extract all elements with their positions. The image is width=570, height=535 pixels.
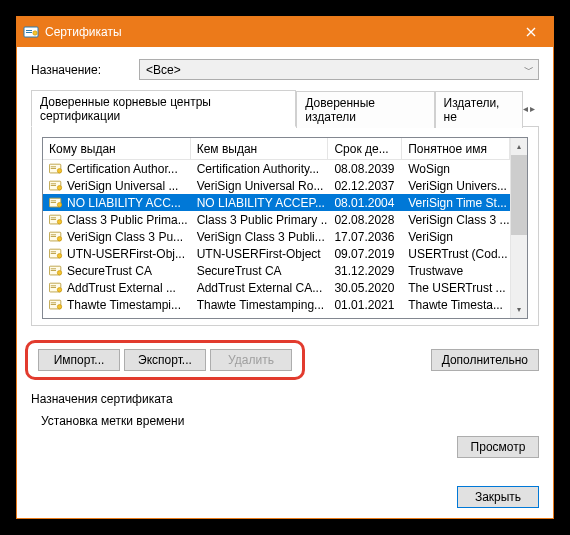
certificate-window-icon [23,24,39,40]
cell-issued-to: NO LIABILITY ACC... [67,196,181,210]
table-row[interactable]: AddTrust External ...AddTrust External C… [43,279,510,296]
col-expiration[interactable]: Срок де... [328,138,402,159]
cell-issued-to: Certification Author... [67,162,178,176]
cell-issued-by: AddTrust External CA... [191,281,329,295]
purpose-value: <Все> [146,63,181,77]
table-row[interactable]: SecureTrust CASecureTrust CA31.12.2029Tr… [43,262,510,279]
svg-rect-30 [51,270,56,271]
svg-point-19 [57,219,61,223]
cell-expiration: 31.12.2029 [328,264,402,278]
table-row[interactable]: UTN-USERFirst-Obj...UTN-USERFirst-Object… [43,245,510,262]
cell-issued-to: VeriSign Universal ... [67,179,178,193]
cell-friendly-name: VeriSign [402,230,510,244]
cell-expiration: 02.08.2028 [328,213,402,227]
cell-issued-by: Class 3 Public Primary ... [191,213,329,227]
advanced-button[interactable]: Дополнительно [431,349,539,371]
purpose-combobox[interactable]: <Все> ﹀ [139,59,539,80]
cell-expiration: 02.12.2037 [328,179,402,193]
cell-issued-to: SecureTrust CA [67,264,152,278]
cell-issued-by: VeriSign Universal Ro... [191,179,329,193]
cell-expiration: 08.08.2039 [328,162,402,176]
cell-friendly-name: Trustwave [402,264,510,278]
titlebar: Сертификаты [17,17,553,47]
cell-issued-by: NO LIABILITY ACCEP... [191,196,329,210]
svg-point-7 [57,168,61,172]
scrollbar-vertical[interactable]: ▴ ▾ [510,138,527,318]
svg-rect-33 [51,285,56,286]
scroll-down-icon[interactable]: ▾ [511,301,527,318]
export-button[interactable]: Экспорт... [124,349,206,371]
cell-issued-by: Thawte Timestamping... [191,298,329,312]
cell-friendly-name: USERTrust (Cod... [402,247,510,261]
svg-point-39 [57,304,61,308]
cell-friendly-name: VeriSign Time St... [402,196,510,210]
cell-expiration: 17.07.2036 [328,230,402,244]
delete-button[interactable]: Удалить [210,349,292,371]
cell-expiration: 08.01.2004 [328,196,402,210]
svg-rect-29 [51,268,56,269]
certificate-icon [49,282,63,294]
triangle-right-icon: ▸ [530,103,535,114]
svg-rect-34 [51,287,56,288]
tab-trusted-root-cas[interactable]: Доверенные корневые центры сертификации [31,90,296,127]
svg-rect-17 [51,217,56,218]
view-button[interactable]: Просмотр [457,436,539,458]
certificate-icon [49,299,63,311]
cell-issued-to: AddTrust External ... [67,281,176,295]
cell-issued-to: UTN-USERFirst-Obj... [67,247,185,261]
close-dialog-button[interactable]: Закрыть [457,486,539,508]
tab-scroll-arrows[interactable]: ◂ ▸ [523,90,539,126]
svg-rect-5 [51,166,56,167]
certificate-icon [49,197,63,209]
certificate-icon [49,214,63,226]
certificate-icon [49,248,63,260]
col-issued-to[interactable]: Кому выдан [43,138,191,159]
table-row[interactable]: Class 3 Public Prima...Class 3 Public Pr… [43,211,510,228]
tabs: Доверенные корневые центры сертификации … [31,90,539,127]
certificate-icon [49,180,63,192]
certificates-list[interactable]: Кому выдан Кем выдан Срок де... Понятное… [42,137,528,319]
table-row[interactable]: VeriSign Universal ...VeriSign Universal… [43,177,510,194]
table-row[interactable]: VeriSign Class 3 Pu...VeriSign Class 3 P… [43,228,510,245]
svg-rect-10 [51,185,56,186]
col-friendly-name[interactable]: Понятное имя [402,138,510,159]
import-button[interactable]: Импорт... [38,349,120,371]
cell-issued-to: Thawte Timestampi... [67,298,181,312]
cert-purpose-text: Установка метки времени [31,414,539,428]
table-row[interactable]: Certification Author...Certification Aut… [43,160,510,177]
cell-issued-by: SecureTrust CA [191,264,329,278]
cell-friendly-name: The USERTrust ... [402,281,510,295]
cell-expiration: 01.01.2021 [328,298,402,312]
svg-rect-21 [51,234,56,235]
cell-friendly-name: WoSign [402,162,510,176]
svg-rect-22 [51,236,56,237]
svg-rect-26 [51,253,56,254]
svg-rect-1 [26,30,32,31]
table-row[interactable]: Thawte Timestampi...Thawte Timestamping.… [43,296,510,313]
table-row[interactable]: NO LIABILITY ACC...NO LIABILITY ACCEP...… [43,194,510,211]
tab-untrusted-publishers[interactable]: Издатели, не [435,91,524,128]
svg-rect-2 [26,32,32,33]
svg-point-31 [57,270,61,274]
svg-point-3 [33,31,37,35]
cell-issued-to: Class 3 Public Prima... [67,213,188,227]
tab-trusted-publishers[interactable]: Доверенные издатели [296,91,434,128]
scrollbar-thumb[interactable] [511,155,527,235]
cell-issued-by: Certification Authority... [191,162,329,176]
svg-rect-13 [51,200,56,201]
svg-point-23 [57,236,61,240]
certificates-window: Сертификаты Назначение: <Все> ﹀ Доверенн… [16,16,554,519]
scroll-up-icon[interactable]: ▴ [511,138,527,155]
cell-expiration: 09.07.2019 [328,247,402,261]
close-icon [526,27,536,37]
cell-friendly-name: Thawte Timesta... [402,298,510,312]
svg-rect-9 [51,183,56,184]
close-button[interactable] [508,17,553,47]
col-issued-by[interactable]: Кем выдан [191,138,329,159]
column-headers[interactable]: Кому выдан Кем выдан Срок де... Понятное… [43,138,510,160]
svg-point-15 [57,202,61,206]
certificate-icon [49,265,63,277]
cell-expiration: 30.05.2020 [328,281,402,295]
svg-rect-6 [51,168,56,169]
cert-purposes-label: Назначения сертификата [31,392,539,406]
